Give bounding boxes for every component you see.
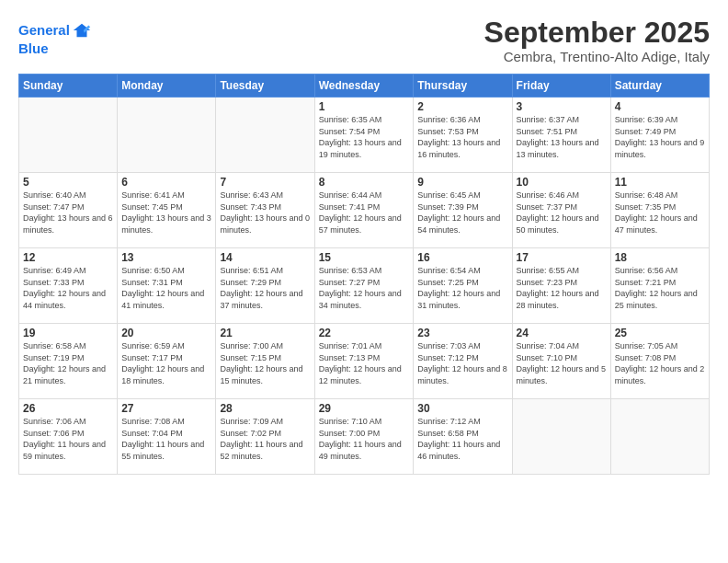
day-info: Sunrise: 6:56 AMSunset: 7:21 PMDaylight:… [615, 266, 698, 310]
header: General Blue September 2025 Cembra, Tren… [18, 17, 710, 64]
day-info: Sunrise: 7:04 AMSunset: 7:10 PMDaylight:… [517, 341, 607, 385]
table-row: 23 Sunrise: 7:03 AMSunset: 7:12 PMDaylig… [414, 324, 512, 399]
day-info: Sunrise: 7:09 AMSunset: 7:02 PMDaylight:… [220, 417, 302, 461]
day-number: 22 [319, 327, 410, 339]
day-info: Sunrise: 7:00 AMSunset: 7:15 PMDaylight:… [220, 341, 302, 385]
day-number: 26 [23, 402, 113, 415]
table-row: 2 Sunrise: 6:36 AMSunset: 7:53 PMDayligh… [414, 98, 512, 173]
day-number: 6 [121, 176, 211, 189]
day-info: Sunrise: 6:46 AMSunset: 7:37 PMDaylight:… [517, 190, 599, 235]
table-row: 25 Sunrise: 7:05 AMSunset: 7:08 PMDaylig… [610, 324, 709, 399]
day-info: Sunrise: 6:40 AMSunset: 7:47 PMDaylight:… [23, 190, 113, 235]
table-row: 10 Sunrise: 6:46 AMSunset: 7:37 PMDaylig… [512, 173, 610, 248]
logo-text: General [18, 22, 70, 39]
day-number: 15 [319, 251, 410, 264]
day-info: Sunrise: 7:05 AMSunset: 7:08 PMDaylight:… [615, 341, 705, 385]
table-row: 3 Sunrise: 6:37 AMSunset: 7:51 PMDayligh… [512, 98, 610, 173]
day-info: Sunrise: 6:49 AMSunset: 7:33 PMDaylight:… [23, 266, 106, 310]
day-number: 27 [121, 402, 211, 415]
day-number: 13 [121, 251, 211, 264]
logo-subtext: Blue [18, 40, 49, 56]
day-number: 1 [319, 100, 410, 113]
day-number: 19 [23, 327, 113, 339]
table-row: 1 Sunrise: 6:35 AMSunset: 7:54 PMDayligh… [314, 98, 414, 173]
table-row: 16 Sunrise: 6:54 AMSunset: 7:25 PMDaylig… [414, 248, 512, 324]
table-row: 4 Sunrise: 6:39 AMSunset: 7:49 PMDayligh… [610, 98, 709, 173]
day-info: Sunrise: 6:36 AMSunset: 7:53 PMDaylight:… [417, 115, 500, 159]
table-row: 26 Sunrise: 7:06 AMSunset: 7:06 PMDaylig… [19, 399, 118, 475]
day-info: Sunrise: 6:41 AMSunset: 7:45 PMDaylight:… [121, 190, 211, 235]
day-number: 3 [517, 100, 607, 113]
col-friday: Friday [512, 75, 610, 98]
day-info: Sunrise: 6:39 AMSunset: 7:49 PMDaylight:… [615, 115, 705, 159]
table-row: 14 Sunrise: 6:51 AMSunset: 7:29 PMDaylig… [216, 248, 314, 324]
table-row [610, 399, 709, 475]
col-thursday: Thursday [414, 75, 512, 98]
day-number: 5 [23, 176, 113, 189]
table-row [216, 98, 314, 173]
calendar-page: General Blue September 2025 Cembra, Tren… [0, 0, 728, 563]
day-info: Sunrise: 6:51 AMSunset: 7:29 PMDaylight:… [220, 266, 302, 310]
day-number: 18 [615, 251, 705, 264]
table-row: 13 Sunrise: 6:50 AMSunset: 7:31 PMDaylig… [118, 248, 216, 324]
day-info: Sunrise: 6:35 AMSunset: 7:54 PMDaylight:… [319, 115, 402, 159]
calendar-header-row: Sunday Monday Tuesday Wednesday Thursday… [19, 75, 710, 98]
day-number: 29 [319, 402, 410, 415]
table-row: 30 Sunrise: 7:12 AMSunset: 6:58 PMDaylig… [414, 399, 512, 475]
table-row: 5 Sunrise: 6:40 AMSunset: 7:47 PMDayligh… [19, 173, 118, 248]
table-row: 12 Sunrise: 6:49 AMSunset: 7:33 PMDaylig… [19, 248, 118, 324]
table-row: 9 Sunrise: 6:45 AMSunset: 7:39 PMDayligh… [414, 173, 512, 248]
day-number: 20 [121, 327, 211, 339]
day-info: Sunrise: 7:10 AMSunset: 7:00 PMDaylight:… [319, 417, 402, 461]
day-info: Sunrise: 6:54 AMSunset: 7:25 PMDaylight:… [417, 266, 500, 310]
col-wednesday: Wednesday [314, 75, 414, 98]
day-info: Sunrise: 7:12 AMSunset: 6:58 PMDaylight:… [417, 417, 500, 461]
table-row: 11 Sunrise: 6:48 AMSunset: 7:35 PMDaylig… [610, 173, 709, 248]
table-row: 29 Sunrise: 7:10 AMSunset: 7:00 PMDaylig… [314, 399, 414, 475]
table-row: 19 Sunrise: 6:58 AMSunset: 7:19 PMDaylig… [19, 324, 118, 399]
day-number: 9 [417, 176, 507, 189]
day-info: Sunrise: 6:45 AMSunset: 7:39 PMDaylight:… [417, 190, 500, 235]
day-number: 24 [517, 327, 607, 339]
day-number: 16 [417, 251, 507, 264]
table-row [512, 399, 610, 475]
day-info: Sunrise: 7:03 AMSunset: 7:12 PMDaylight:… [417, 341, 507, 385]
month-title: September 2025 [484, 17, 710, 49]
day-number: 23 [417, 327, 507, 339]
table-row: 7 Sunrise: 6:43 AMSunset: 7:43 PMDayligh… [216, 173, 314, 248]
day-info: Sunrise: 6:58 AMSunset: 7:19 PMDaylight:… [23, 341, 106, 385]
day-number: 17 [517, 251, 607, 264]
day-info: Sunrise: 6:55 AMSunset: 7:23 PMDaylight:… [517, 266, 599, 310]
day-info: Sunrise: 6:48 AMSunset: 7:35 PMDaylight:… [615, 190, 698, 235]
col-tuesday: Tuesday [216, 75, 314, 98]
table-row: 28 Sunrise: 7:09 AMSunset: 7:02 PMDaylig… [216, 399, 314, 475]
table-row: 21 Sunrise: 7:00 AMSunset: 7:15 PMDaylig… [216, 324, 314, 399]
table-row: 8 Sunrise: 6:44 AMSunset: 7:41 PMDayligh… [314, 173, 414, 248]
day-number: 21 [220, 327, 310, 339]
table-row: 27 Sunrise: 7:08 AMSunset: 7:04 PMDaylig… [118, 399, 216, 475]
day-info: Sunrise: 7:06 AMSunset: 7:06 PMDaylight:… [23, 417, 106, 461]
day-number: 8 [319, 176, 410, 189]
day-number: 4 [615, 100, 705, 113]
day-number: 25 [615, 327, 705, 339]
calendar-table: Sunday Monday Tuesday Wednesday Thursday… [18, 74, 710, 475]
day-info: Sunrise: 7:01 AMSunset: 7:13 PMDaylight:… [319, 341, 402, 385]
day-info: Sunrise: 6:44 AMSunset: 7:41 PMDaylight:… [319, 190, 402, 235]
day-info: Sunrise: 6:50 AMSunset: 7:31 PMDaylight:… [121, 266, 204, 310]
logo: General Blue [18, 20, 92, 57]
table-row [118, 98, 216, 173]
day-number: 14 [220, 251, 310, 264]
title-block: September 2025 Cembra, Trentino-Alto Adi… [484, 17, 710, 64]
logo-icon [72, 20, 92, 40]
day-number: 7 [220, 176, 310, 189]
day-info: Sunrise: 7:08 AMSunset: 7:04 PMDaylight:… [121, 417, 204, 461]
col-monday: Monday [118, 75, 216, 98]
day-info: Sunrise: 6:37 AMSunset: 7:51 PMDaylight:… [517, 115, 599, 159]
table-row: 6 Sunrise: 6:41 AMSunset: 7:45 PMDayligh… [118, 173, 216, 248]
day-number: 11 [615, 176, 705, 189]
day-info: Sunrise: 6:43 AMSunset: 7:43 PMDaylight:… [220, 190, 310, 235]
col-sunday: Sunday [19, 75, 118, 98]
day-info: Sunrise: 6:53 AMSunset: 7:27 PMDaylight:… [319, 266, 402, 310]
day-number: 12 [23, 251, 113, 264]
day-number: 2 [417, 100, 507, 113]
